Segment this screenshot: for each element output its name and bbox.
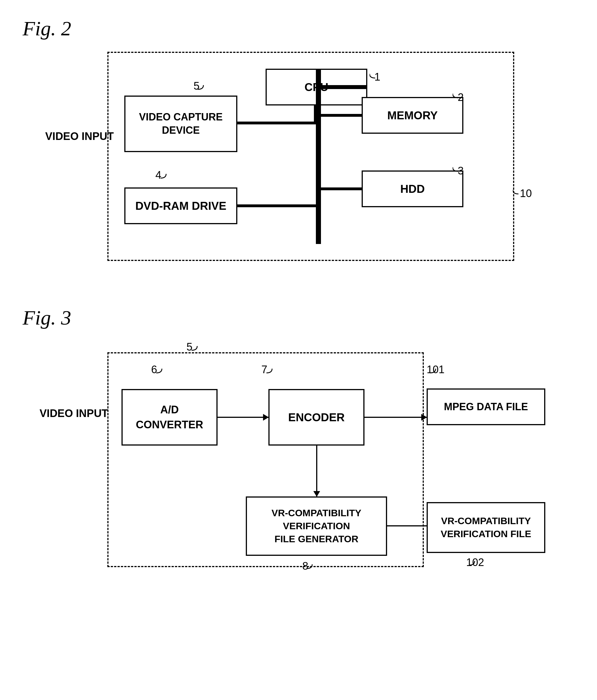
dvdram-bus-h [237, 204, 316, 207]
ref3-bracket [452, 167, 464, 176]
fig2-title: Fig. 2 [23, 17, 574, 41]
fig3-ref102-bracket [469, 561, 480, 569]
hdd-bus-h [321, 188, 362, 190]
encoder-down-arrow [316, 446, 317, 496]
fig3-title: Fig. 3 [23, 306, 574, 330]
encoder-block: ENCODER [268, 389, 364, 446]
hdd-block: HDD [362, 171, 463, 207]
ad-converter-block: A/D CONVERTER [122, 389, 217, 446]
fig3-ref101-bracket [430, 369, 441, 377]
ad-to-encoder-arrow [217, 417, 268, 418]
encoder-to-mpeg-arrow [364, 417, 426, 418]
memory-block: MEMORY [362, 97, 463, 134]
ref1-bracket [369, 74, 381, 82]
fig3-ref7-bracket [266, 369, 278, 377]
ref4-bracket [160, 174, 172, 182]
memory-bus-h [321, 114, 362, 117]
fig3-diagram: 5 VIDEO INPUT 6 A/D CONVERTER [40, 341, 576, 584]
mpeg-data-file-block: MPEG DATA FILE [426, 389, 545, 425]
vr-compat-gen-block: VR-COMPATIBILITY VERIFICATION FILE GENER… [246, 496, 387, 556]
cpu-bus-h [316, 85, 367, 89]
ref5-bracket [198, 85, 209, 94]
video-capture-block: VIDEO CAPTURE DEVICE [124, 96, 237, 152]
vcapture-bus-h [237, 122, 316, 124]
fig3-ref6-bracket [156, 369, 167, 377]
page: Fig. 2 VIDEO INPUT 5 VIDEO CAPTURE DEVIC… [0, 0, 597, 700]
fig3-container: Fig. 3 5 VIDEO INPUT 6 [23, 306, 574, 584]
fig3-ref8-bracket [307, 564, 318, 573]
ref2-bracket [452, 94, 464, 102]
video-input-label: VIDEO INPUT [45, 130, 114, 143]
dvd-ram-block: DVD-RAM DRIVE [124, 188, 237, 224]
ref10-bracket [513, 190, 524, 198]
fig3-video-input-label: VIDEO INPUT [40, 407, 108, 420]
fig2-diagram: VIDEO INPUT 5 VIDEO CAPTURE DEVICE DVD-R… [45, 52, 554, 272]
bus-line-vertical [316, 69, 321, 244]
cpu-down-bus [314, 105, 319, 124]
fig2-container: Fig. 2 VIDEO INPUT 5 VIDEO CAPTURE DEVIC… [23, 17, 574, 272]
vr-compat-file-block: VR-COMPATIBILITY VERIFICATION FILE [426, 502, 545, 553]
